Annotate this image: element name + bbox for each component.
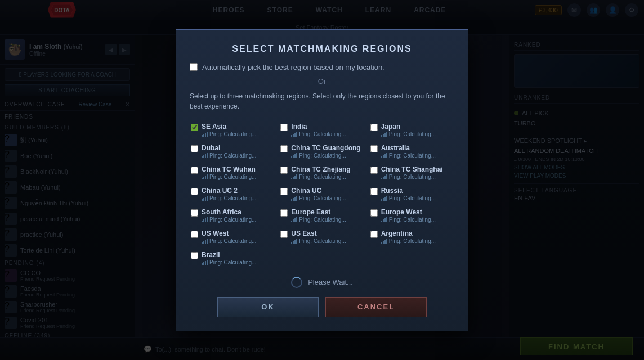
please-wait-row: Please Wait... [190, 277, 454, 288]
region-checkbox-uc2[interactable] [191, 188, 198, 195]
region-checkbox-japan[interactable] [370, 124, 378, 131]
region-checkbox-uc[interactable] [280, 188, 288, 195]
region-ping: Ping: Calculating... [202, 259, 256, 266]
region-name: Argentina [381, 230, 436, 237]
region-name: China TC Shanghai [381, 165, 443, 173]
please-wait-label: Please Wait... [308, 278, 353, 286]
region-name: India [291, 123, 346, 130]
region-checkbox-shanghai[interactable] [370, 166, 378, 174]
region-checkbox-se-asia[interactable] [191, 124, 198, 131]
ping-bars-icon [202, 260, 208, 265]
region-checkbox-argentina[interactable] [370, 231, 378, 238]
region-name: China TC Zhejiang [291, 165, 350, 173]
ping-bars-icon [291, 132, 297, 137]
region-checkbox-brazil[interactable] [191, 252, 198, 259]
ping-bars-icon [381, 132, 387, 137]
ping-bars-icon [202, 217, 208, 222]
region-checkbox-russia[interactable] [370, 188, 378, 195]
region-name: Dubai [202, 144, 256, 152]
region-checkbox-zhejiang[interactable] [280, 166, 288, 174]
region-ping: Ping: Calculating... [291, 152, 360, 159]
auto-pick-row: Automatically pick the best region based… [190, 63, 454, 71]
region-item-us-west[interactable]: US West Ping: Calculating... [190, 227, 275, 246]
region-item-europe-east[interactable]: Europe East Ping: Calculating... [279, 206, 364, 225]
cancel-button[interactable]: CANCEL [325, 297, 427, 317]
region-ping: Ping: Calculating... [202, 131, 256, 137]
region-ping: Ping: Calculating... [381, 195, 436, 201]
region-checkbox-europe-east[interactable] [280, 209, 288, 217]
region-ping: Ping: Calculating... [202, 152, 256, 159]
region-name: Europe West [381, 208, 436, 216]
ping-bars-icon [381, 196, 387, 201]
region-checkbox-australia[interactable] [370, 145, 378, 152]
ping-bars-icon [291, 196, 297, 201]
region-ping: Ping: Calculating... [381, 238, 436, 244]
region-item-us-east[interactable]: US East Ping: Calculating... [279, 227, 364, 246]
region-ping: Ping: Calculating... [202, 195, 256, 201]
region-item-china-wuhan[interactable]: China TC Wuhan Ping: Calculating... [190, 163, 275, 182]
region-name: China UC 2 [202, 187, 256, 195]
region-item-dubai[interactable]: Dubai Ping: Calculating... [190, 142, 275, 161]
region-item-china-guangdong[interactable]: China TC Guangdong Ping: Calculating... [279, 142, 364, 161]
auto-pick-label: Automatically pick the best region based… [202, 63, 384, 71]
ping-bars-icon [381, 174, 387, 179]
region-item-china-uc[interactable]: China UC Ping: Calculating... [279, 184, 364, 204]
region-item-se-asia[interactable]: SE Asia Ping: Calculating... [190, 120, 275, 140]
region-ping: Ping: Calculating... [291, 131, 346, 137]
ping-bars-icon [202, 238, 208, 244]
region-name: South Africa [202, 208, 256, 216]
modal-title: SELECT MATCHMAKING REGIONS [190, 44, 454, 54]
region-checkbox-us-west[interactable] [191, 231, 198, 238]
region-item-argentina[interactable]: Argentina Ping: Calculating... [369, 227, 454, 246]
ping-bars-icon [381, 153, 387, 158]
loading-spinner [291, 277, 302, 288]
region-checkbox-europe-west[interactable] [370, 209, 378, 217]
region-checkbox-dubai[interactable] [191, 145, 198, 152]
or-divider: Or [190, 77, 454, 86]
ping-bars-icon [202, 132, 208, 137]
ping-bars-icon [381, 238, 387, 244]
region-ping: Ping: Calculating... [381, 174, 443, 180]
region-ping: Ping: Calculating... [381, 152, 436, 159]
region-name: Brazil [202, 251, 256, 259]
region-checkbox-india[interactable] [280, 124, 288, 131]
region-item-china-shanghai[interactable]: China TC Shanghai Ping: Calculating... [369, 163, 454, 182]
ok-button[interactable]: OK [217, 297, 319, 317]
region-name: Europe East [291, 208, 346, 216]
region-item-china-uc2[interactable]: China UC 2 Ping: Calculating... [190, 184, 275, 204]
region-name: Japan [381, 123, 436, 130]
region-item-india[interactable]: India Ping: Calculating... [279, 120, 364, 140]
region-item-japan[interactable]: Japan Ping: Calculating... [369, 120, 454, 140]
region-name: US East [291, 230, 346, 237]
region-ping: Ping: Calculating... [291, 217, 346, 223]
region-name: Russia [381, 187, 436, 195]
auto-pick-checkbox[interactable] [190, 63, 198, 71]
region-ping: Ping: Calculating... [381, 131, 436, 137]
region-checkbox-south-africa[interactable] [191, 209, 198, 217]
region-name: China TC Wuhan [202, 165, 256, 173]
ping-bars-icon [291, 217, 297, 222]
region-checkbox-wuhan[interactable] [191, 166, 198, 174]
ping-bars-icon [202, 196, 208, 201]
region-ping: Ping: Calculating... [202, 217, 256, 223]
region-checkbox-us-east[interactable] [280, 231, 288, 238]
region-ping: Ping: Calculating... [202, 174, 256, 180]
region-item-europe-west[interactable]: Europe West Ping: Calculating... [369, 206, 454, 225]
region-name: Australia [381, 144, 436, 152]
region-item-brazil[interactable]: Brazil Ping: Calculating... [190, 249, 275, 268]
regions-grid: SE Asia Ping: Calculating... India Ping:… [190, 120, 454, 268]
ping-bars-icon [381, 217, 387, 222]
region-ping: Ping: Calculating... [291, 174, 350, 180]
region-ping: Ping: Calculating... [291, 238, 346, 244]
region-ping: Ping: Calculating... [381, 217, 436, 223]
select-hint: Select up to three matchmaking regions. … [190, 91, 454, 111]
ping-bars-icon [202, 153, 208, 158]
region-item-russia[interactable]: Russia Ping: Calculating... [369, 184, 454, 204]
region-checkbox-guangdong[interactable] [280, 145, 288, 152]
ping-bars-icon [291, 238, 297, 244]
region-item-australia[interactable]: Australia Ping: Calculating... [369, 142, 454, 161]
ping-bars-icon [202, 174, 208, 179]
matchmaking-modal: SELECT MATCHMAKING REGIONS Automatically… [176, 29, 468, 331]
region-item-china-zhejiang[interactable]: China TC Zhejiang Ping: Calculating... [279, 163, 364, 182]
region-item-south-africa[interactable]: South Africa Ping: Calculating... [190, 206, 275, 225]
